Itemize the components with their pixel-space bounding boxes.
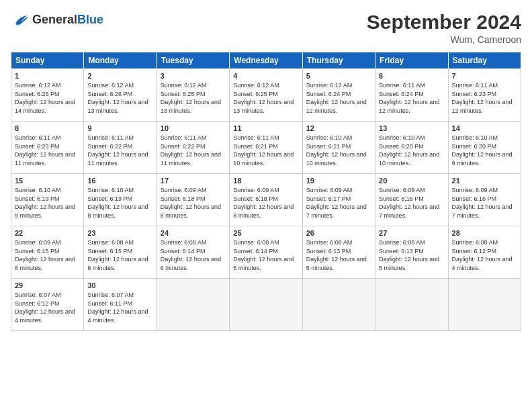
table-row: 10Sunrise: 6:11 AMSunset: 6:22 PMDayligh… bbox=[157, 122, 229, 174]
table-row: 20Sunrise: 6:09 AMSunset: 6:16 PMDayligh… bbox=[375, 174, 448, 226]
logo-text: GeneralBlue bbox=[32, 13, 103, 27]
header-friday: Friday bbox=[375, 52, 448, 69]
day-info: Sunrise: 6:11 AMSunset: 6:22 PMDaylight:… bbox=[161, 134, 226, 167]
table-row: 27Sunrise: 6:08 AMSunset: 6:13 PMDayligh… bbox=[375, 226, 448, 279]
table-row bbox=[375, 279, 448, 331]
day-info: Sunrise: 6:10 AMSunset: 6:20 PMDaylight:… bbox=[379, 134, 444, 167]
table-row: 1Sunrise: 6:12 AMSunset: 6:26 PMDaylight… bbox=[11, 69, 84, 122]
month-year-title: September 2024 bbox=[367, 11, 521, 33]
day-number: 4 bbox=[233, 72, 298, 80]
day-number: 29 bbox=[15, 281, 80, 289]
header-monday: Monday bbox=[84, 52, 157, 69]
day-info: Sunrise: 6:08 AMSunset: 6:13 PMDaylight:… bbox=[379, 238, 444, 272]
table-row: 25Sunrise: 6:08 AMSunset: 6:14 PMDayligh… bbox=[230, 226, 302, 279]
calendar-header-row: Sunday Monday Tuesday Wednesday Thursday… bbox=[11, 52, 521, 69]
day-info: Sunrise: 6:12 AMSunset: 6:24 PMDaylight:… bbox=[306, 81, 371, 115]
day-info: Sunrise: 6:12 AMSunset: 6:25 PMDaylight:… bbox=[233, 81, 298, 115]
table-row: 2Sunrise: 6:12 AMSunset: 6:26 PMDaylight… bbox=[84, 69, 157, 122]
table-row: 26Sunrise: 6:08 AMSunset: 6:13 PMDayligh… bbox=[302, 226, 375, 279]
day-number: 6 bbox=[379, 72, 444, 80]
header-thursday: Thursday bbox=[302, 52, 375, 69]
logo: GeneralBlue bbox=[11, 11, 103, 30]
day-number: 14 bbox=[452, 124, 517, 132]
day-number: 7 bbox=[452, 72, 517, 80]
table-row: 3Sunrise: 6:12 AMSunset: 6:25 PMDaylight… bbox=[157, 69, 229, 122]
day-number: 30 bbox=[87, 281, 152, 289]
day-info: Sunrise: 6:09 AMSunset: 6:18 PMDaylight:… bbox=[161, 186, 226, 220]
table-row: 8Sunrise: 6:11 AMSunset: 6:23 PMDaylight… bbox=[11, 122, 84, 174]
day-info: Sunrise: 6:10 AMSunset: 6:21 PMDaylight:… bbox=[306, 134, 371, 167]
table-row: 4Sunrise: 6:12 AMSunset: 6:25 PMDaylight… bbox=[230, 69, 302, 122]
day-number: 23 bbox=[87, 229, 152, 237]
day-info: Sunrise: 6:07 AMSunset: 6:12 PMDaylight:… bbox=[15, 291, 80, 324]
day-info: Sunrise: 6:11 AMSunset: 6:23 PMDaylight:… bbox=[15, 134, 80, 167]
table-row: 28Sunrise: 6:08 AMSunset: 6:12 PMDayligh… bbox=[448, 226, 521, 279]
table-row: 24Sunrise: 6:08 AMSunset: 6:14 PMDayligh… bbox=[157, 226, 229, 279]
table-row: 11Sunrise: 6:11 AMSunset: 6:21 PMDayligh… bbox=[230, 122, 302, 174]
header: GeneralBlue September 2024 Wum, Cameroon bbox=[11, 11, 521, 45]
day-info: Sunrise: 6:10 AMSunset: 6:19 PMDaylight:… bbox=[87, 186, 152, 220]
day-number: 26 bbox=[306, 229, 371, 237]
table-row: 14Sunrise: 6:10 AMSunset: 6:20 PMDayligh… bbox=[448, 122, 521, 174]
table-row: 12Sunrise: 6:10 AMSunset: 6:21 PMDayligh… bbox=[302, 122, 375, 174]
table-row: 23Sunrise: 6:08 AMSunset: 6:15 PMDayligh… bbox=[84, 226, 157, 279]
day-info: Sunrise: 6:07 AMSunset: 6:11 PMDaylight:… bbox=[87, 291, 152, 324]
day-info: Sunrise: 6:12 AMSunset: 6:25 PMDaylight:… bbox=[161, 81, 226, 115]
day-info: Sunrise: 6:10 AMSunset: 6:19 PMDaylight:… bbox=[15, 186, 80, 220]
table-row: 19Sunrise: 6:09 AMSunset: 6:17 PMDayligh… bbox=[302, 174, 375, 226]
day-info: Sunrise: 6:12 AMSunset: 6:26 PMDaylight:… bbox=[87, 81, 152, 115]
table-row: 6Sunrise: 6:11 AMSunset: 6:24 PMDaylight… bbox=[375, 69, 448, 122]
day-number: 24 bbox=[161, 229, 226, 237]
calendar-page: GeneralBlue September 2024 Wum, Cameroon… bbox=[0, 0, 532, 411]
day-number: 17 bbox=[161, 177, 226, 185]
day-info: Sunrise: 6:11 AMSunset: 6:21 PMDaylight:… bbox=[233, 134, 298, 167]
table-row: 16Sunrise: 6:10 AMSunset: 6:19 PMDayligh… bbox=[84, 174, 157, 226]
day-number: 15 bbox=[15, 177, 80, 185]
day-number: 22 bbox=[15, 229, 80, 237]
calendar-table: Sunday Monday Tuesday Wednesday Thursday… bbox=[11, 52, 521, 331]
table-row: 18Sunrise: 6:09 AMSunset: 6:18 PMDayligh… bbox=[230, 174, 302, 226]
day-number: 16 bbox=[87, 177, 152, 185]
table-row: 30Sunrise: 6:07 AMSunset: 6:11 PMDayligh… bbox=[84, 279, 157, 331]
table-row: 22Sunrise: 6:09 AMSunset: 6:15 PMDayligh… bbox=[11, 226, 84, 279]
table-row: 21Sunrise: 6:09 AMSunset: 6:16 PMDayligh… bbox=[448, 174, 521, 226]
table-row: 29Sunrise: 6:07 AMSunset: 6:12 PMDayligh… bbox=[11, 279, 84, 331]
table-row bbox=[448, 279, 521, 331]
day-number: 11 bbox=[233, 124, 298, 132]
day-info: Sunrise: 6:09 AMSunset: 6:16 PMDaylight:… bbox=[379, 186, 444, 220]
table-row bbox=[230, 279, 302, 331]
table-row: 7Sunrise: 6:11 AMSunset: 6:23 PMDaylight… bbox=[448, 69, 521, 122]
day-number: 3 bbox=[161, 72, 226, 80]
day-info: Sunrise: 6:08 AMSunset: 6:15 PMDaylight:… bbox=[87, 238, 152, 272]
day-number: 13 bbox=[379, 124, 444, 132]
header-sunday: Sunday bbox=[11, 52, 84, 69]
day-info: Sunrise: 6:09 AMSunset: 6:15 PMDaylight:… bbox=[15, 238, 80, 272]
location-subtitle: Wum, Cameroon bbox=[367, 34, 521, 45]
day-info: Sunrise: 6:09 AMSunset: 6:17 PMDaylight:… bbox=[306, 186, 371, 220]
day-number: 12 bbox=[306, 124, 371, 132]
table-row bbox=[157, 279, 229, 331]
header-saturday: Saturday bbox=[448, 52, 521, 69]
day-number: 18 bbox=[233, 177, 298, 185]
day-info: Sunrise: 6:08 AMSunset: 6:12 PMDaylight:… bbox=[452, 238, 517, 272]
header-tuesday: Tuesday bbox=[157, 52, 229, 69]
day-number: 10 bbox=[161, 124, 226, 132]
day-info: Sunrise: 6:12 AMSunset: 6:26 PMDaylight:… bbox=[15, 81, 80, 115]
day-number: 28 bbox=[452, 229, 517, 237]
table-row: 5Sunrise: 6:12 AMSunset: 6:24 PMDaylight… bbox=[302, 69, 375, 122]
logo-icon bbox=[11, 11, 30, 30]
day-number: 27 bbox=[379, 229, 444, 237]
day-number: 5 bbox=[306, 72, 371, 80]
day-info: Sunrise: 6:11 AMSunset: 6:22 PMDaylight:… bbox=[87, 134, 152, 167]
day-info: Sunrise: 6:08 AMSunset: 6:14 PMDaylight:… bbox=[233, 238, 298, 272]
day-info: Sunrise: 6:09 AMSunset: 6:16 PMDaylight:… bbox=[452, 186, 517, 220]
table-row bbox=[302, 279, 375, 331]
day-number: 9 bbox=[87, 124, 152, 132]
day-info: Sunrise: 6:11 AMSunset: 6:24 PMDaylight:… bbox=[379, 81, 444, 115]
day-number: 19 bbox=[306, 177, 371, 185]
day-number: 8 bbox=[15, 124, 80, 132]
table-row: 15Sunrise: 6:10 AMSunset: 6:19 PMDayligh… bbox=[11, 174, 84, 226]
day-info: Sunrise: 6:11 AMSunset: 6:23 PMDaylight:… bbox=[452, 81, 517, 115]
table-row: 9Sunrise: 6:11 AMSunset: 6:22 PMDaylight… bbox=[84, 122, 157, 174]
title-block: September 2024 Wum, Cameroon bbox=[367, 11, 521, 45]
